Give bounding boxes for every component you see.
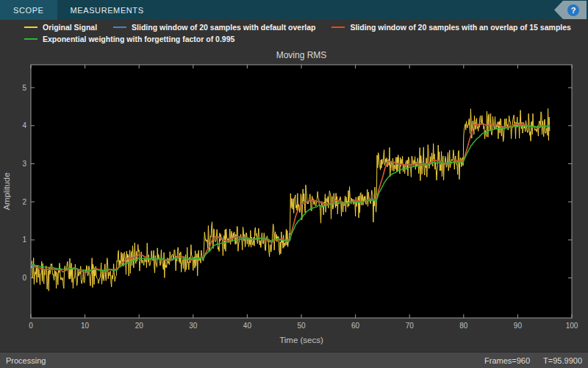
status-frames: Frames=960 [484, 356, 530, 365]
status-bar: Processing Frames=960 T=95.9900 [0, 352, 588, 368]
legend-item-original-signal[interactable]: Original Signal [24, 23, 97, 32]
legend-item-exponential[interactable]: Exponential weighting with forgetting fa… [24, 35, 234, 43]
help-button[interactable]: ? [567, 4, 579, 16]
legend-swatch-green [24, 38, 37, 40]
legend-label: Sliding window of 20 samples with an ove… [350, 23, 571, 32]
legend-swatch-orange [331, 26, 345, 28]
y-tick-label: 1 [22, 236, 26, 244]
y-tick-label: 0 [22, 274, 26, 282]
tab-scope[interactable]: SCOPE [0, 0, 57, 20]
legend-label: Exponential weighting with forgetting fa… [43, 35, 234, 43]
legend-label: Original Signal [43, 23, 97, 32]
x-tick-label: 70 [406, 322, 415, 330]
y-tick-label: 3 [22, 160, 26, 168]
legend-item-sliding-default[interactable]: Sliding window of 20 samples with defaul… [113, 23, 315, 32]
status-time: T=95.9900 [543, 356, 582, 365]
y-tick-label: 5 [22, 84, 26, 92]
x-tick-label: 40 [243, 322, 252, 330]
tab-measurements[interactable]: MEASUREMENTS [57, 0, 157, 20]
toolstrip-arrow: ? [554, 1, 587, 19]
legend-item-sliding-overlap15[interactable]: Sliding window of 20 samples with an ove… [331, 23, 571, 32]
y-tick-label: 2 [22, 198, 26, 206]
legend-swatch-blue [113, 26, 126, 28]
x-tick-label: 10 [81, 322, 90, 330]
y-tick-label: 4 [22, 121, 26, 130]
x-axis-label: Time (secs) [279, 336, 323, 344]
x-tick-label: 90 [514, 322, 523, 330]
legend-swatch-yellow [24, 26, 37, 28]
chart-title: Moving RMS [276, 50, 327, 60]
legend-label: Sliding window of 20 samples with defaul… [132, 23, 315, 32]
x-tick-label: 30 [189, 322, 198, 330]
x-tick-label: 0 [29, 322, 33, 330]
x-tick-label: 80 [459, 322, 468, 330]
y-axis-label: Amplitude [2, 172, 11, 210]
toolstrip: SCOPE MEASUREMENTS ? [0, 0, 588, 20]
x-tick-label: 100 [566, 322, 578, 330]
legend: Original Signal Sliding window of 20 sam… [24, 23, 583, 43]
x-tick-label: 20 [135, 322, 144, 330]
plot-area[interactable]: Moving RMSTime (secs)Amplitude0102030405… [0, 49, 588, 352]
status-processing: Processing [6, 356, 46, 365]
x-tick-label: 50 [297, 322, 306, 330]
x-tick-label: 60 [351, 322, 360, 330]
